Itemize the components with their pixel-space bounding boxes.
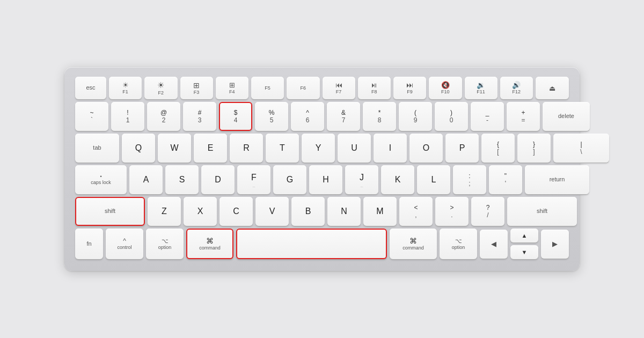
key-command-left[interactable]: ⌘ command	[186, 229, 233, 259]
key-r[interactable]: R	[230, 134, 263, 163]
key-1[interactable]: !1	[111, 102, 144, 131]
key-delete[interactable]: delete	[543, 102, 590, 131]
key-option-left[interactable]: ⌥ option	[146, 229, 184, 259]
key-arrow-down[interactable]: ▼	[510, 245, 538, 259]
key-return[interactable]: return	[525, 165, 589, 194]
key-u[interactable]: U	[338, 134, 371, 163]
shift-row: shift Z X C V B N M <, >. ?/	[75, 197, 569, 226]
key-o[interactable]: O	[409, 134, 443, 163]
key-3[interactable]: #3	[183, 102, 216, 131]
key-f4[interactable]: ⊞ F4	[216, 77, 248, 99]
key-d[interactable]: D	[201, 165, 235, 194]
keyboard: esc ☀ F1 ☀ F2 ⊞ F3 ⊞ F4 F5 F6 ⏮ F7 ⏯	[64, 67, 580, 271]
key-n[interactable]: N	[327, 197, 361, 226]
key-control[interactable]: ^ control	[106, 229, 143, 259]
bottom-row: fn ^ control ⌥ option ⌘ command ⌘ comman…	[75, 229, 569, 259]
key-f10[interactable]: 🔇 F10	[429, 77, 462, 99]
key-eject[interactable]: ⏏	[536, 77, 569, 99]
key-slash[interactable]: ?/	[471, 197, 504, 226]
key-x[interactable]: X	[184, 197, 217, 226]
caps-row: •caps lock A S D F _ G H J _ K L	[75, 165, 569, 194]
arrow-cluster: ◀ ▲ ▼ ▶	[480, 229, 569, 259]
key-k[interactable]: K	[381, 165, 414, 194]
key-h[interactable]: H	[309, 165, 342, 194]
key-g[interactable]: G	[273, 165, 306, 194]
key-v[interactable]: V	[255, 197, 289, 226]
key-f1[interactable]: ☀ F1	[109, 77, 142, 99]
key-b[interactable]: B	[291, 197, 325, 226]
key-m[interactable]: M	[363, 197, 397, 226]
arrow-up-down: ▲ ▼	[510, 229, 538, 259]
key-semicolon[interactable]: :;	[453, 165, 486, 194]
key-quote[interactable]: "'	[489, 165, 522, 194]
key-z[interactable]: Z	[148, 197, 181, 226]
key-6[interactable]: ^6	[291, 102, 324, 131]
key-e[interactable]: E	[194, 134, 227, 163]
key-s[interactable]: S	[165, 165, 199, 194]
key-arrow-left[interactable]: ◀	[480, 230, 508, 259]
key-f8[interactable]: ⏯ F8	[358, 77, 391, 99]
key-2[interactable]: @2	[147, 102, 180, 131]
key-arrow-right[interactable]: ▶	[541, 230, 569, 259]
key-j[interactable]: J _	[345, 165, 378, 194]
key-backslash[interactable]: |\	[553, 134, 609, 163]
key-f[interactable]: F _	[237, 165, 270, 194]
key-0[interactable]: )0	[435, 102, 468, 131]
key-a[interactable]: A	[129, 165, 163, 194]
key-i[interactable]: I	[374, 134, 407, 163]
key-f5[interactable]: F5	[251, 77, 284, 99]
key-shift-right[interactable]: shift	[507, 197, 577, 226]
fn-row: esc ☀ F1 ☀ F2 ⊞ F3 ⊞ F4 F5 F6 ⏮ F7 ⏯	[75, 77, 569, 99]
key-c[interactable]: C	[219, 197, 253, 226]
key-9[interactable]: (9	[399, 102, 432, 131]
num-row: ~` !1 @2 #3 $4 %5 ^6 &7 *8 (9 )0	[75, 102, 569, 131]
key-7[interactable]: &7	[327, 102, 360, 131]
key-fn[interactable]: fn	[75, 229, 103, 259]
key-capslock[interactable]: •caps lock	[75, 165, 127, 194]
key-l[interactable]: L	[417, 165, 450, 194]
key-f9[interactable]: ⏭ F9	[393, 77, 426, 99]
key-p[interactable]: P	[445, 134, 479, 163]
key-q[interactable]: Q	[122, 134, 155, 163]
key-bracket-left[interactable]: {[	[481, 134, 515, 163]
key-f12[interactable]: 🔊 F12	[500, 77, 533, 99]
key-8[interactable]: *8	[363, 102, 396, 131]
key-minus[interactable]: _-	[471, 102, 504, 131]
key-f3[interactable]: ⊞ F3	[180, 77, 213, 99]
key-f2[interactable]: ☀ F2	[144, 77, 177, 99]
key-comma[interactable]: <,	[399, 197, 433, 226]
key-y[interactable]: Y	[302, 134, 335, 163]
key-option-right[interactable]: ⌥ option	[440, 229, 477, 259]
key-esc[interactable]: esc	[75, 77, 106, 99]
key-tab[interactable]: tab	[75, 134, 119, 163]
key-f6[interactable]: F6	[287, 77, 319, 99]
key-command-right[interactable]: ⌘ command	[390, 229, 437, 259]
key-space[interactable]	[236, 229, 387, 259]
key-shift-left[interactable]: shift	[75, 197, 145, 226]
key-equals[interactable]: +=	[507, 102, 540, 131]
tab-row: tab Q W E R T Y U I O P	[75, 134, 569, 163]
key-backtick[interactable]: ~`	[75, 102, 108, 131]
key-period[interactable]: >.	[435, 197, 469, 226]
key-t[interactable]: T	[266, 134, 299, 163]
key-arrow-up[interactable]: ▲	[510, 229, 538, 243]
key-5[interactable]: %5	[255, 102, 288, 131]
key-f7[interactable]: ⏮ F7	[323, 77, 355, 99]
key-bracket-right[interactable]: }]	[517, 134, 551, 163]
key-4[interactable]: $4	[219, 102, 252, 131]
key-w[interactable]: W	[158, 134, 191, 163]
key-f11[interactable]: 🔉 F11	[465, 77, 497, 99]
